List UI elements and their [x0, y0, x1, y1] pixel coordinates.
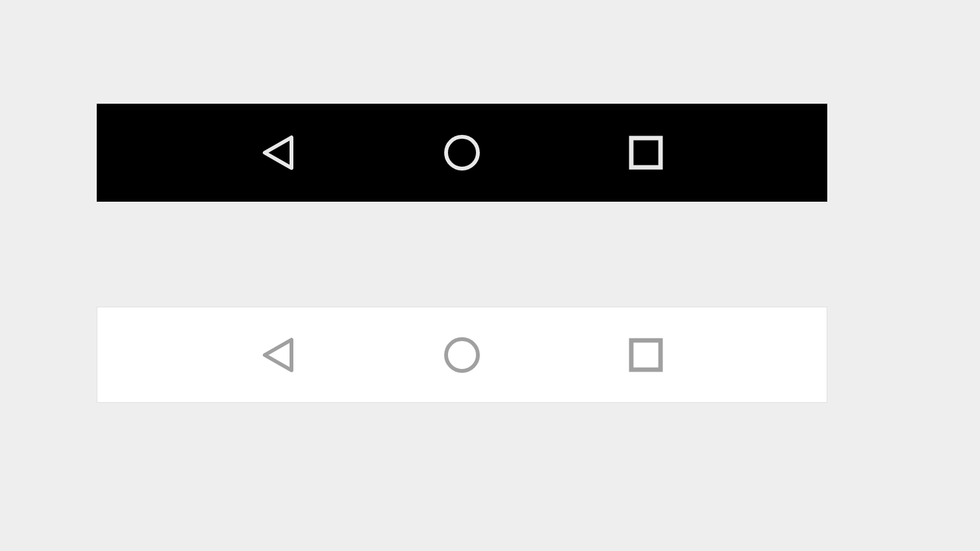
recents-square-icon [629, 338, 663, 372]
recents-square-icon [629, 136, 663, 170]
home-circle-icon [444, 134, 480, 171]
svg-point-2 [446, 339, 478, 371]
svg-rect-1 [631, 138, 661, 167]
back-button[interactable] [260, 337, 297, 373]
recents-button[interactable] [627, 134, 664, 171]
svg-rect-3 [631, 340, 661, 370]
navigation-bar-light [97, 307, 827, 403]
back-button[interactable] [260, 134, 297, 171]
back-triangle-icon [261, 134, 295, 171]
home-circle-icon [444, 337, 480, 373]
svg-point-0 [446, 137, 478, 169]
back-triangle-icon [261, 337, 295, 373]
recents-button[interactable] [627, 337, 664, 373]
home-button[interactable] [444, 134, 480, 171]
navigation-bar-dark [97, 104, 827, 202]
home-button[interactable] [444, 337, 480, 373]
